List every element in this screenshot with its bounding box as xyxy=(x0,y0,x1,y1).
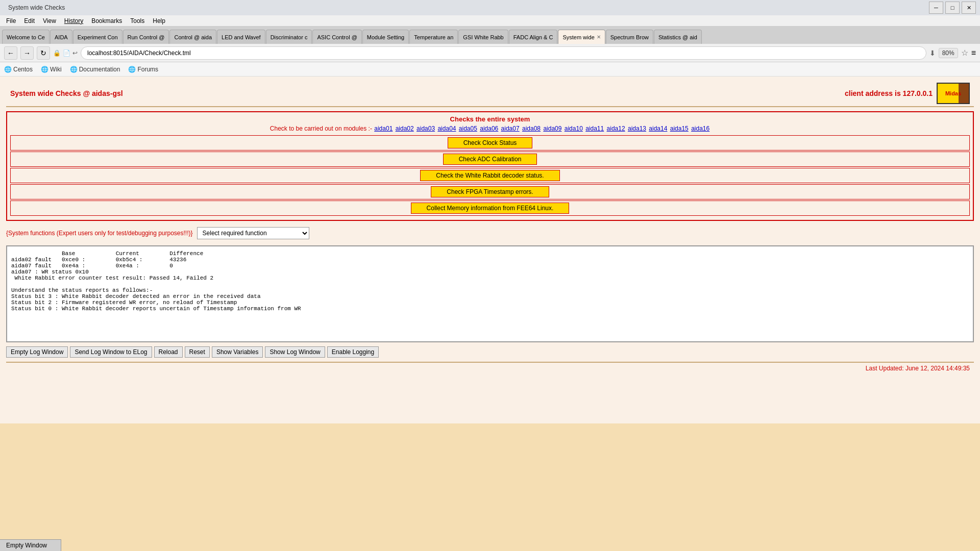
tab-system-wide-close[interactable]: ✕ xyxy=(597,34,601,40)
enable-logging-btn[interactable]: Enable Logging xyxy=(327,346,379,358)
minimize-btn[interactable]: ─ xyxy=(929,2,943,14)
check-clock-btn[interactable]: Check Clock Status xyxy=(448,137,533,148)
menu-bar: File Edit View History Bookmarks Tools H… xyxy=(0,15,980,27)
module-aida05[interactable]: aida05 xyxy=(459,125,477,132)
show-variables-btn[interactable]: Show Variables xyxy=(212,346,263,358)
modules-line: Check to be carried out on modules :- ai… xyxy=(10,125,970,132)
page-content: System wide Checks @ aidas-gsl client ad… xyxy=(0,77,980,423)
bookmark-centos[interactable]: 🌐 Centos xyxy=(4,66,33,73)
tab-system-wide-label: System wide xyxy=(562,34,594,40)
maximize-btn[interactable]: □ xyxy=(945,2,960,14)
tab-run-control[interactable]: Run Control @ xyxy=(123,30,169,44)
tab-gsi[interactable]: GSI White Rabb xyxy=(458,30,508,44)
globe-icon: 🌐 xyxy=(4,66,12,73)
check-adc-row: Check ADC Calibration xyxy=(10,152,970,167)
bookmark-forums[interactable]: 🌐 Forums xyxy=(128,66,158,73)
module-aida12[interactable]: aida12 xyxy=(607,125,625,132)
tab-spectrum[interactable]: Spectrum Brow xyxy=(606,30,653,44)
expert-section: {System functions (Expert users only for… xyxy=(6,225,974,241)
tab-discriminator[interactable]: Discriminator c xyxy=(266,30,312,44)
page-title: System wide Checks @ aidas-gsl xyxy=(10,89,123,97)
module-aida01[interactable]: aida01 xyxy=(374,125,393,132)
checks-section: Checks the entire system Check to be car… xyxy=(6,111,974,221)
page-footer: Last Updated: June 12, 2024 14:49:35 xyxy=(6,362,974,374)
tab-system-wide[interactable]: System wide ✕ xyxy=(558,30,605,44)
module-aida03[interactable]: aida03 xyxy=(416,125,435,132)
check-wr-btn[interactable]: Check the White Rabbit decoder status. xyxy=(420,170,559,181)
empty-log-window-btn[interactable]: Empty Log Window xyxy=(6,346,68,358)
globe-icon-4: 🌐 xyxy=(128,66,136,73)
expert-label: {System functions (Expert users only for… xyxy=(6,230,193,237)
module-aida10[interactable]: aida10 xyxy=(565,125,583,132)
send-log-btn[interactable]: Send Log Window to ELog xyxy=(70,346,152,358)
menu-icon[interactable]: ≡ xyxy=(971,48,976,58)
module-aida14[interactable]: aida14 xyxy=(649,125,667,132)
module-aida06[interactable]: aida06 xyxy=(480,125,498,132)
tab-asic[interactable]: ASIC Control @ xyxy=(312,30,361,44)
menu-view[interactable]: View xyxy=(39,16,60,26)
bottom-buttons: Empty Log Window Send Log Window to ELog… xyxy=(6,346,974,358)
menu-tools[interactable]: Tools xyxy=(126,16,149,26)
menu-bookmarks[interactable]: Bookmarks xyxy=(87,16,126,26)
module-aida11[interactable]: aida11 xyxy=(585,125,604,132)
bookmark-star-icon[interactable]: ☆ xyxy=(961,48,968,58)
collect-memory-row: Collect Memory information from FEE64 Li… xyxy=(10,201,970,216)
client-address: client address is 127.0.0.1 xyxy=(845,89,933,97)
window-title: System wide Checks xyxy=(8,4,65,11)
forward-btn[interactable]: → xyxy=(20,46,34,60)
history-icon: ↩ xyxy=(72,49,78,57)
tabs-bar: Welcome to Ce AIDA Experiment Con Run Co… xyxy=(0,27,980,44)
module-aida16[interactable]: aida16 xyxy=(691,125,709,132)
close-btn[interactable]: ✕ xyxy=(962,2,976,14)
menu-edit[interactable]: Edit xyxy=(20,16,39,26)
log-area-container: Base Current Difference aida02 fault 0xc… xyxy=(6,245,974,342)
page-header: System wide Checks @ aidas-gsl client ad… xyxy=(6,81,974,107)
module-aida13[interactable]: aida13 xyxy=(628,125,646,132)
browser-titlebar: System wide Checks ─ □ ✕ xyxy=(0,0,980,15)
tab-temperature[interactable]: Temperature an xyxy=(409,30,458,44)
bookmarks-bar: 🌐 Centos 🌐 Wiki 🌐 Documentation 🌐 Forums xyxy=(0,62,980,77)
menu-history[interactable]: History xyxy=(60,16,87,26)
check-clock-row: Check Clock Status xyxy=(10,135,970,151)
bookmark-wiki[interactable]: 🌐 Wiki xyxy=(41,66,62,73)
globe-icon-2: 🌐 xyxy=(41,66,48,73)
tab-led[interactable]: LED and Wavef xyxy=(217,30,265,44)
page-icon: 📄 xyxy=(63,49,70,57)
module-aida07[interactable]: aida07 xyxy=(501,125,520,132)
lock-icon: 🔒 xyxy=(53,49,61,57)
check-adc-btn[interactable]: Check ADC Calibration xyxy=(443,154,537,165)
checks-title: Checks the entire system xyxy=(10,115,970,123)
module-aida04[interactable]: aida04 xyxy=(437,125,456,132)
last-updated: Last Updated: June 12, 2024 14:49:35 xyxy=(866,365,970,372)
tab-welcome[interactable]: Welcome to Ce xyxy=(2,30,50,44)
module-aida15[interactable]: aida15 xyxy=(670,125,689,132)
show-log-window-btn[interactable]: Show Log Window xyxy=(265,346,325,358)
expert-function-select[interactable]: Select required function xyxy=(197,227,309,239)
tab-aida[interactable]: AIDA xyxy=(50,30,72,44)
menu-file[interactable]: File xyxy=(2,16,20,26)
collect-memory-btn[interactable]: Collect Memory information from FEE64 Li… xyxy=(411,203,570,214)
modules-prefix: Check to be carried out on modules :- xyxy=(270,125,372,132)
module-aida02[interactable]: aida02 xyxy=(396,125,414,132)
reload-btn[interactable]: Reload xyxy=(154,346,183,358)
reload-nav-btn[interactable]: ↻ xyxy=(37,46,50,60)
tab-fadc[interactable]: FADC Align & C xyxy=(509,30,558,44)
menu-help[interactable]: Help xyxy=(149,16,169,26)
download-icon: ⬇ xyxy=(929,49,936,57)
module-aida09[interactable]: aida09 xyxy=(543,125,561,132)
globe-icon-3: 🌐 xyxy=(70,66,78,73)
tab-control[interactable]: Control @ aida xyxy=(169,30,216,44)
tab-module[interactable]: Module Setting xyxy=(362,30,409,44)
address-bar: ← → ↻ 🔒 📄 ↩ localhost:8015/AIDA/Check/Ch… xyxy=(0,44,980,62)
check-wr-row: Check the White Rabbit decoder status. xyxy=(10,168,970,183)
back-btn[interactable]: ← xyxy=(4,46,17,60)
bookmark-documentation[interactable]: 🌐 Documentation xyxy=(70,66,120,73)
module-aida08[interactable]: aida08 xyxy=(522,125,541,132)
url-input[interactable]: localhost:8015/AIDA/Check/Check.tml xyxy=(81,46,926,60)
reset-btn[interactable]: Reset xyxy=(185,346,210,358)
tab-statistics[interactable]: Statistics @ aid xyxy=(654,30,702,44)
tab-experiment[interactable]: Experiment Con xyxy=(73,30,122,44)
check-fpga-btn[interactable]: Check FPGA Timestamp errors. xyxy=(431,186,549,197)
check-fpga-row: Check FPGA Timestamp errors. xyxy=(10,184,970,199)
zoom-level: 80% xyxy=(939,48,958,58)
